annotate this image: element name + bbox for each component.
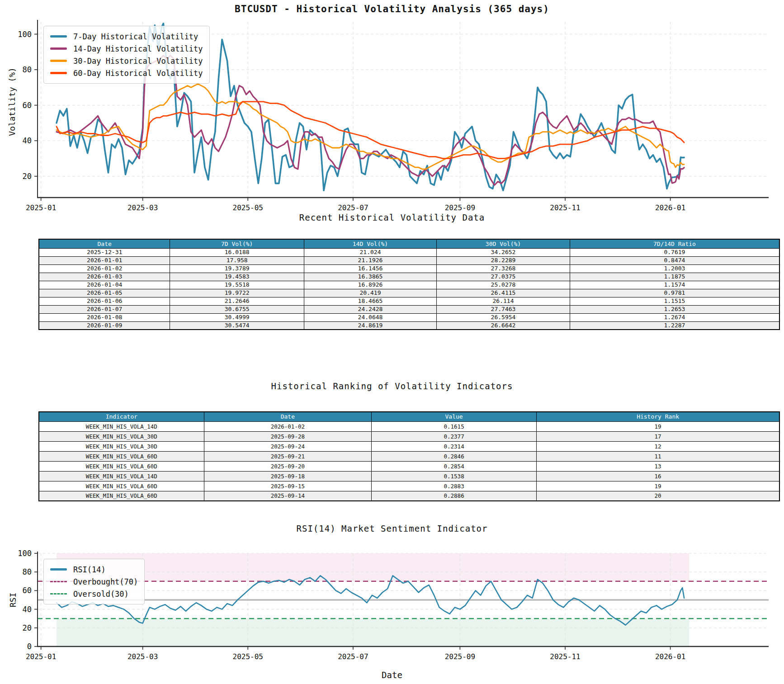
- legend-label-30d: 30-Day Historical Volatility: [73, 57, 203, 66]
- table-cell: 1.2003: [570, 264, 779, 273]
- rsi-chart-legend: RSI(14) Overbought(70) Oversold(30): [43, 559, 145, 604]
- legend-label-oversold: Oversold(30): [73, 590, 129, 599]
- table-cell: 2026-01-07: [39, 305, 170, 313]
- header-row: IndicatorDateValueHistory Rank: [39, 412, 779, 421]
- table-cell: 30.5474: [170, 321, 304, 330]
- table-row: WEEK_MIN_HIS_VOLA_60D2025-09-140.288620: [39, 491, 779, 501]
- column-header: Date: [39, 239, 170, 248]
- table-cell: 18.4665: [304, 297, 436, 305]
- rsi-x-axis-label: Date: [0, 670, 784, 680]
- table-cell: 2026-01-05: [39, 289, 170, 297]
- recent-volatility-table-header: Date7D Vol(%)14D Vol(%)30D Vol(%)7D/14D …: [39, 239, 779, 248]
- table-cell: 2025-09-24: [204, 441, 371, 451]
- table-cell: 16.0188: [170, 248, 304, 256]
- y-tick-label: 20: [23, 623, 32, 632]
- x-tick-label: 2025-09: [445, 652, 475, 661]
- table-cell: WEEK_MIN_HIS_VOLA_60D: [39, 481, 204, 491]
- ranking-section-title: Historical Ranking of Volatility Indicat…: [0, 381, 784, 391]
- table-cell: 19.9722: [170, 289, 304, 297]
- table-cell: 0.2314: [371, 441, 536, 451]
- x-tick-label: 2026-01: [655, 203, 685, 212]
- overbought-zone-band: [57, 553, 690, 581]
- x-tick-label: 2025-01: [26, 203, 56, 212]
- x-tick-label: 2025-05: [233, 203, 263, 212]
- table-cell: 20: [537, 491, 779, 501]
- table-cell: 0.1538: [371, 471, 536, 481]
- legend-label-14d: 14-Day Historical Volatility: [73, 44, 203, 53]
- table-cell: 30.6755: [170, 305, 304, 313]
- table-row: 2026-01-0419.551816.892625.02781.1574: [39, 281, 779, 289]
- table-row: WEEK_MIN_HIS_VOLA_30D2025-09-240.231412: [39, 441, 779, 451]
- table-cell: 2026-01-02: [204, 421, 371, 431]
- y-tick-label: 20: [23, 172, 32, 181]
- table-row: 2026-01-0930.547424.861926.66421.2287: [39, 321, 779, 330]
- table-cell: 2025-09-21: [204, 451, 371, 461]
- table-row: WEEK_MIN_HIS_VOLA_60D2025-09-150.288319: [39, 481, 779, 491]
- column-header: Date: [204, 412, 371, 421]
- legend-item-7d: 7-Day Historical Volatility: [50, 30, 203, 42]
- volatility-chart-title: BTCUSDT - Historical Volatility Analysis…: [0, 4, 784, 14]
- legend-label-rsi: RSI(14): [73, 565, 106, 574]
- table-cell: 13: [537, 461, 779, 471]
- table-cell: 26.4115: [437, 289, 570, 297]
- table-row: WEEK_MIN_HIS_VOLA_14D2026-01-020.161519: [39, 421, 779, 431]
- legend-label-overbought: Overbought(70): [73, 577, 138, 586]
- x-tick-label: 2025-11: [550, 203, 580, 212]
- table-cell: 19.5518: [170, 281, 304, 289]
- table-cell: 30.4999: [170, 313, 304, 321]
- table-cell: 2026-01-06: [39, 297, 170, 305]
- table-cell: 19.3789: [170, 264, 304, 273]
- table-cell: WEEK_MIN_HIS_VOLA_30D: [39, 441, 204, 451]
- table-row: WEEK_MIN_HIS_VOLA_30D2025-09-280.237717: [39, 431, 779, 441]
- table-cell: 0.2854: [371, 461, 536, 471]
- table-cell: 2025-09-15: [204, 481, 371, 491]
- legend-line-60d-icon: [50, 72, 67, 74]
- table-cell: 21.024: [304, 248, 436, 256]
- table-cell: 2026-01-04: [39, 281, 170, 289]
- table-cell: 24.2428: [304, 305, 436, 313]
- column-header: Value: [371, 412, 536, 421]
- volatility-ranking-table: IndicatorDateValueHistory Rank WEEK_MIN_…: [38, 411, 780, 501]
- table-cell: 2026-01-01: [39, 256, 170, 264]
- table-cell: WEEK_MIN_HIS_VOLA_14D: [39, 471, 204, 481]
- table-cell: 16.3865: [304, 273, 436, 281]
- table-cell: 21.1926: [304, 256, 436, 264]
- volatility-ranking-table-header: IndicatorDateValueHistory Rank: [39, 412, 779, 421]
- column-header: Indicator: [39, 412, 204, 421]
- table-cell: 17.958: [170, 256, 304, 264]
- table-cell: 21.2646: [170, 297, 304, 305]
- rsi-chart-title: RSI(14) Market Sentiment Indicator: [0, 524, 784, 533]
- x-tick-label: 2025-03: [128, 652, 158, 661]
- table-cell: 27.0375: [437, 273, 570, 281]
- table-cell: 0.2377: [371, 431, 536, 441]
- table-row: 2025-12-3116.018821.02434.26520.7619: [39, 248, 779, 256]
- table-cell: 20.419: [304, 289, 436, 297]
- table-cell: 17: [537, 431, 779, 441]
- table-cell: 25.0278: [437, 281, 570, 289]
- table-cell: 1.2287: [570, 321, 779, 330]
- table-cell: 16.8926: [304, 281, 436, 289]
- recent-volatility-table: Date7D Vol(%)14D Vol(%)30D Vol(%)7D/14D …: [38, 239, 780, 330]
- table-row: 2026-01-0730.675524.242827.74631.2653: [39, 305, 779, 313]
- table-cell: 2026-01-03: [39, 273, 170, 281]
- legend-line-7d-icon: [50, 35, 67, 38]
- volatility-chart-legend: 7-Day Historical Volatility 14-Day Histo…: [43, 26, 210, 84]
- x-tick-label: 2025-07: [338, 203, 368, 212]
- x-tick-label: 2025-05: [233, 652, 263, 661]
- column-header: 7D/14D Ratio: [570, 239, 779, 248]
- legend-line-14d-icon: [50, 47, 67, 50]
- table-cell: 0.9781: [570, 289, 779, 297]
- table-cell: 16: [537, 471, 779, 481]
- legend-item-oversold: Oversold(30): [50, 588, 138, 600]
- table-row: WEEK_MIN_HIS_VOLA_60D2025-09-200.285413: [39, 461, 779, 471]
- table-cell: WEEK_MIN_HIS_VOLA_60D: [39, 461, 204, 471]
- table-cell: 19: [537, 481, 779, 491]
- table-cell: 26.114: [437, 297, 570, 305]
- y-tick-label: 60: [23, 586, 32, 595]
- table-cell: 2025-12-31: [39, 248, 170, 256]
- table-cell: 0.2883: [371, 481, 536, 491]
- column-header: History Rank: [537, 412, 779, 421]
- table-cell: 19.4583: [170, 273, 304, 281]
- table-cell: 2025-09-28: [204, 431, 371, 441]
- table-cell: 27.7463: [437, 305, 570, 313]
